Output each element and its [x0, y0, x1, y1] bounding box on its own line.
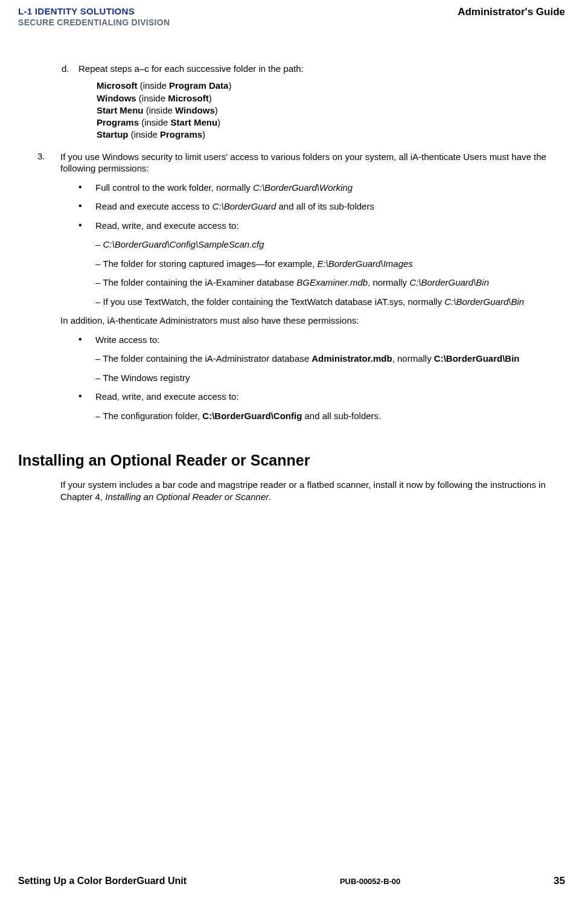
- path-italic: C:\BorderGuard\Bin: [409, 277, 489, 287]
- bullet-icon: •: [78, 182, 95, 194]
- bullet-text: Read, write, and execute access to:: [95, 220, 559, 232]
- folder-parent: Programs: [160, 129, 202, 139]
- path-bold: C:\BorderGuard\Bin: [434, 353, 520, 364]
- folder-line: Windows (inside Microsoft): [97, 92, 559, 104]
- path-italic: C:\BorderGuard\Config\SampleScan.cfg: [103, 239, 264, 249]
- text: – The folder containing the iA-Examiner …: [95, 277, 296, 287]
- text: Full control to the work folder, normall…: [95, 182, 253, 193]
- step-3: 3. If you use Windows security to limit …: [37, 151, 559, 175]
- text: Read and execute access to: [95, 201, 212, 211]
- section-heading: Installing an Optional Reader or Scanner: [18, 452, 559, 469]
- page-footer: Setting Up a Color BorderGuard Unit PUB-…: [18, 875, 565, 887]
- dash-item: – The configuration folder, C:\BorderGua…: [95, 410, 559, 422]
- text: .: [269, 492, 271, 502]
- bullet-text: Read, write, and execute access to:: [95, 391, 559, 403]
- text: and all sub-folders.: [302, 411, 381, 421]
- bullet-item: • Read, write, and execute access to:: [78, 391, 559, 403]
- page-header: L-1 IDENTITY SOLUTIONS SECURE CREDENTIAL…: [18, 6, 565, 27]
- substep-text: Repeat steps a–c for each successive fol…: [78, 63, 559, 74]
- text: (inside: [139, 117, 171, 127]
- filename-bold: Administrator.mdb: [312, 353, 392, 364]
- document-title: Administrator's Guide: [458, 6, 565, 18]
- folder-path-list: Microsoft (inside Program Data) Windows …: [97, 80, 559, 141]
- folder-parent: Microsoft: [168, 93, 209, 103]
- path-bold: C:\BorderGuard\Config: [202, 411, 302, 421]
- bullet-text: Write access to:: [95, 334, 559, 346]
- folder-parent: Program Data: [169, 80, 228, 91]
- bullet-icon: •: [78, 334, 95, 346]
- dash-item: – The folder containing the iA-Examiner …: [95, 277, 559, 289]
- folder-name: Start Menu: [97, 105, 144, 115]
- chapter-title-italic: Installing an Optional Reader or Scanner: [105, 492, 269, 502]
- text: – The configuration folder,: [95, 411, 202, 421]
- bullet-item: • Write access to:: [78, 334, 559, 346]
- text: (inside: [138, 80, 170, 91]
- bullet-text: Full control to the work folder, normall…: [95, 182, 559, 194]
- dash-item: – The folder for storing captured images…: [95, 258, 559, 270]
- bullet-icon: •: [78, 220, 95, 232]
- logo-rest: IDENTITY SOLUTIONS: [32, 6, 135, 16]
- path-italic: C:\BorderGuard\Bin: [444, 297, 524, 307]
- logo-prefix: L-1: [18, 6, 32, 16]
- folder-name: Microsoft: [97, 80, 138, 91]
- bullet-icon: •: [78, 391, 95, 403]
- section-paragraph: If your system includes a bar code and m…: [60, 479, 559, 502]
- text: – If you use TextWatch, the folder conta…: [95, 297, 444, 307]
- folder-line: Start Menu (inside Windows): [97, 104, 559, 117]
- text: , normally: [368, 277, 409, 287]
- logo-line-2: SECURE CREDENTIALING DIVISION: [18, 18, 170, 27]
- filename-italic: BGExaminer.mdb: [296, 277, 368, 287]
- folder-name: Windows: [97, 93, 136, 103]
- text: – The folder containing the iA-Administr…: [95, 353, 312, 364]
- footer-page-number: 35: [554, 875, 565, 887]
- page-content: d. Repeat steps a–c for each successive …: [18, 63, 565, 502]
- text: ): [215, 105, 218, 115]
- text: ): [209, 93, 212, 103]
- bullet-text: Read and execute access to C:\BorderGuar…: [95, 200, 559, 213]
- text: –: [95, 239, 103, 249]
- dash-item: – C:\BorderGuard\Config\SampleScan.cfg: [95, 239, 559, 251]
- folder-line: Startup (inside Programs): [97, 129, 559, 141]
- substep-d: d. Repeat steps a–c for each successive …: [60, 63, 559, 74]
- substep-marker: d.: [60, 63, 78, 74]
- folder-parent: Windows: [175, 105, 215, 115]
- path-italic: C:\BorderGuard\Working: [253, 182, 353, 193]
- folder-line: Programs (inside Start Menu): [97, 117, 559, 129]
- text: ): [202, 129, 205, 139]
- text: and all of its sub-folders: [276, 201, 374, 211]
- text: , normally: [392, 353, 434, 364]
- bullet-item: • Full control to the work folder, norma…: [78, 182, 559, 194]
- bullet-item: • Read, write, and execute access to:: [78, 220, 559, 232]
- dash-item: – The Windows registry: [95, 372, 559, 384]
- paragraph: In addition, iA-thenticate Administrator…: [60, 315, 559, 327]
- folder-parent: Start Menu: [171, 117, 218, 127]
- logo-line-1: L-1 IDENTITY SOLUTIONS: [18, 6, 170, 16]
- text: (inside: [136, 93, 168, 103]
- text: ): [228, 80, 231, 91]
- dash-item: – If you use TextWatch, the folder conta…: [95, 296, 559, 308]
- bullet-item: • Read and execute access to C:\BorderGu…: [78, 200, 559, 213]
- footer-section-title: Setting Up a Color BorderGuard Unit: [18, 876, 187, 886]
- step-marker: 3.: [37, 151, 60, 175]
- text: ): [217, 117, 220, 127]
- text: (inside: [144, 105, 176, 115]
- folder-name: Programs: [97, 117, 139, 127]
- folder-name: Startup: [97, 129, 129, 139]
- path-italic: C:\BorderGuard: [212, 201, 276, 211]
- dash-item: – The folder containing the iA-Administr…: [95, 353, 559, 365]
- footer-pub-number: PUB-00052-B-00: [340, 877, 400, 886]
- step-text: If you use Windows security to limit use…: [60, 151, 559, 175]
- text: (inside: [129, 129, 161, 139]
- bullet-icon: •: [78, 200, 95, 213]
- path-italic: E:\BorderGuard\Images: [317, 258, 412, 269]
- text: – The folder for storing captured images…: [95, 258, 317, 269]
- brand-logo: L-1 IDENTITY SOLUTIONS SECURE CREDENTIAL…: [18, 6, 170, 27]
- folder-line: Microsoft (inside Program Data): [97, 80, 559, 92]
